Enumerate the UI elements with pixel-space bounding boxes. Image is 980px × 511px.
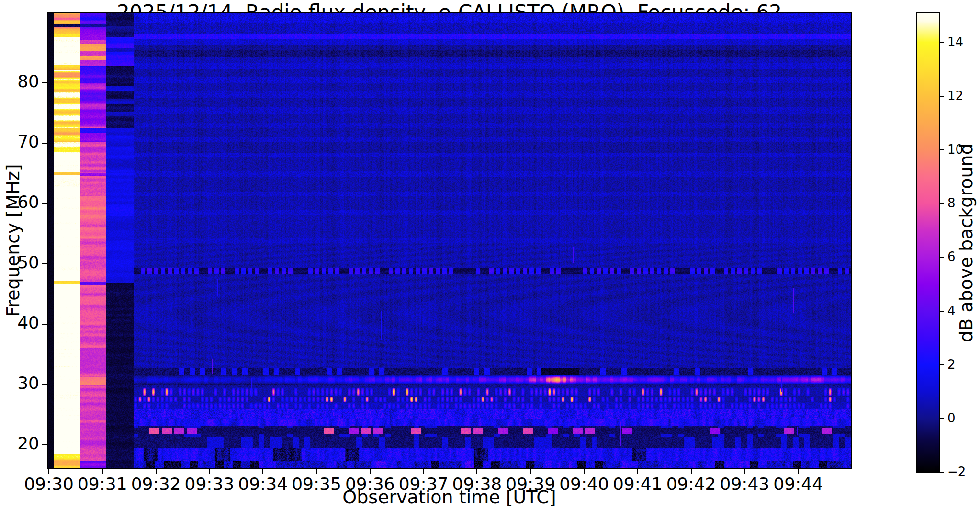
x-tick-mark	[370, 469, 371, 474]
colorbar	[916, 12, 940, 473]
y-tick-mark	[42, 82, 47, 83]
colorbar-gradient	[917, 13, 939, 472]
y-tick-label: 50	[11, 252, 39, 272]
x-tick-mark	[102, 469, 103, 474]
y-tick-mark	[42, 143, 47, 144]
y-tick-mark	[42, 384, 47, 385]
colorbar-tick-mark	[940, 257, 944, 258]
y-tick-label: 30	[11, 373, 39, 393]
colorbar-tick-mark	[940, 418, 944, 419]
colorbar-tick-label: 14	[947, 35, 976, 49]
y-tick-label: 20	[11, 433, 39, 453]
x-tick-mark	[156, 469, 157, 474]
spectrogram-figure: 2025/12/14 Radio flux density, e-CALLIST…	[0, 0, 980, 511]
x-tick-mark	[262, 469, 263, 474]
colorbar-tick-mark	[940, 311, 944, 312]
y-tick-label: 60	[11, 192, 39, 212]
x-tick-mark	[423, 469, 424, 474]
colorbar-tick-label: −2	[947, 465, 976, 479]
x-tick-mark	[691, 469, 692, 474]
x-tick-mark	[209, 469, 210, 474]
y-tick-label: 80	[11, 71, 39, 91]
colorbar-tick-mark	[940, 364, 944, 365]
colorbar-label: dB above background	[956, 143, 977, 342]
x-tick-mark	[637, 469, 638, 474]
plot-area	[47, 12, 852, 469]
x-tick-mark	[530, 469, 531, 474]
colorbar-tick-label: 0	[947, 411, 976, 425]
colorbar-tick-mark	[940, 96, 944, 97]
y-tick-label: 70	[11, 132, 39, 151]
x-tick-mark	[48, 469, 49, 474]
x-tick-mark	[584, 469, 585, 474]
y-tick-mark	[42, 324, 47, 325]
x-axis-label: Observation time [UTC]	[48, 487, 851, 508]
y-tick-mark	[42, 444, 47, 445]
y-tick-mark	[42, 203, 47, 204]
colorbar-tick-mark	[940, 42, 944, 43]
y-tick-label: 40	[11, 313, 39, 332]
colorbar-tick-mark	[940, 149, 944, 150]
colorbar-tick-mark	[940, 472, 944, 473]
y-axis-label: Frequency [MHz]	[2, 164, 23, 317]
x-tick-mark	[476, 469, 477, 474]
spectrogram-heatmap	[48, 13, 851, 468]
x-tick-mark	[744, 469, 745, 474]
colorbar-tick-label: 12	[947, 89, 976, 103]
x-tick-mark	[798, 469, 799, 474]
y-tick-mark	[42, 263, 47, 264]
colorbar-tick-mark	[940, 203, 944, 204]
colorbar-tick-label: 2	[947, 357, 976, 372]
x-tick-mark	[316, 469, 317, 474]
